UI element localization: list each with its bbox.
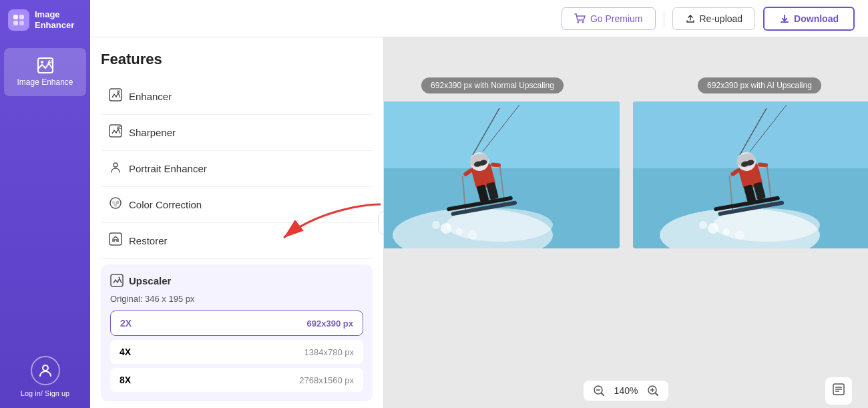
svg-point-53 — [735, 230, 744, 240]
upscaler-header: + Upscaler — [110, 274, 363, 287]
scale-option-2x[interactable]: 2X 692x390 px — [110, 311, 363, 336]
scale-4x-px: 1384x780 px — [304, 347, 354, 357]
svg-rect-3 — [19, 21, 24, 25]
svg-point-50 — [708, 223, 718, 234]
portrait-icon — [109, 160, 122, 177]
zoom-out-button[interactable] — [593, 385, 605, 397]
svg-point-51 — [723, 228, 730, 235]
upload-icon — [685, 13, 696, 24]
svg-point-18 — [114, 204, 118, 207]
scale-option-4x[interactable]: 4X 1384x780 px — [110, 340, 363, 364]
sidebar-item-image-enhance[interactable]: AI Image Enhance — [4, 48, 86, 96]
ai-upscaling-col: 692x390 px with AI Upscaling — [633, 77, 869, 248]
color-correction-label: Color Correction — [129, 199, 202, 210]
sharpener-label: Sharpener — [129, 127, 176, 138]
scale-4x-label: 4X — [120, 347, 131, 357]
zoom-in-button[interactable] — [647, 385, 659, 397]
svg-rect-19 — [110, 233, 122, 245]
preview-images: 692x390 px with Normal Upscaling — [384, 37, 868, 373]
normal-upscaling-image — [384, 101, 620, 248]
go-premium-button[interactable]: Go Premium — [562, 7, 656, 30]
image-enhance-icon: AI — [36, 56, 55, 75]
normal-upscaling-col: 692x390 px with Normal Upscaling — [384, 77, 620, 248]
color-correction-icon — [109, 196, 122, 213]
content-area: Features AI Enhancer HD Sharpener Portra… — [90, 37, 868, 408]
reupload-label: Re-upload — [700, 13, 743, 24]
portrait-label: Portrait Enhancer — [129, 163, 207, 174]
zoom-out-icon — [593, 385, 605, 397]
download-button[interactable]: Download — [763, 7, 855, 31]
svg-line-75 — [656, 393, 658, 395]
premium-label: Go Premium — [590, 13, 643, 24]
svg-line-71 — [602, 393, 604, 395]
restorer-label: Restorer — [129, 235, 168, 246]
enhancer-icon: AI — [109, 88, 122, 105]
scale-2x-px: 692x390 px — [307, 319, 353, 329]
svg-point-5 — [41, 61, 43, 63]
sharpener-icon: HD — [109, 124, 122, 141]
download-icon — [779, 13, 790, 24]
svg-point-52 — [699, 221, 707, 229]
svg-point-14 — [114, 163, 118, 167]
ai-upscaling-image — [633, 101, 869, 248]
sidebar-nav: AI Image Enhance — [0, 40, 90, 345]
zoom-value: 140% — [614, 385, 638, 396]
sidebar-item-label-image-enhance: Image Enhance — [17, 77, 73, 88]
sidebar: Image Enhancer AI Image Enhance Log in/ … — [0, 0, 90, 408]
login-label: Log in/ Sign up — [21, 389, 69, 397]
svg-rect-24 — [384, 101, 620, 168]
notes-icon — [832, 383, 845, 396]
svg-point-16 — [112, 201, 116, 204]
sidebar-footer[interactable]: Log in/ Sign up — [0, 345, 90, 408]
feature-item-enhancer[interactable]: AI Enhancer — [101, 79, 373, 115]
zoom-controls: 140% — [584, 381, 669, 401]
reupload-button[interactable]: Re-upload — [672, 7, 756, 30]
svg-text:AI: AI — [117, 89, 121, 93]
logo-icon — [8, 9, 29, 31]
scale-8x-label: 8X — [120, 375, 131, 385]
svg-text:+: + — [118, 275, 120, 279]
avatar — [31, 356, 60, 385]
feature-item-color-correction[interactable]: Color Correction — [101, 187, 373, 223]
svg-text:AI: AI — [47, 59, 53, 65]
svg-rect-0 — [13, 15, 18, 19]
svg-point-28 — [456, 228, 463, 235]
features-title: Features — [101, 51, 373, 68]
header-divider — [664, 11, 664, 27]
preview-controls: 140% — [384, 373, 868, 408]
logo[interactable]: Image Enhancer — [0, 0, 90, 40]
scale-options: 2X 692x390 px 4X 1384x780 px 8X 2768x156… — [110, 311, 363, 392]
notes-button[interactable] — [825, 377, 852, 405]
svg-point-8 — [577, 21, 579, 23]
feature-item-portrait[interactable]: Portrait Enhancer — [101, 151, 373, 187]
svg-point-15 — [110, 198, 121, 208]
ai-badge: 692x390 px with AI Upscaling — [698, 77, 821, 93]
header: Go Premium Re-upload Download — [90, 0, 868, 37]
feature-item-restorer[interactable]: Restorer — [101, 223, 373, 259]
svg-text:HD: HD — [117, 126, 122, 130]
scale-option-8x[interactable]: 8X 2768x1560 px — [110, 368, 363, 392]
scale-8x-px: 2768x1560 px — [299, 375, 354, 385]
svg-rect-1 — [19, 15, 24, 19]
scale-2x-label: 2X — [120, 318, 132, 329]
svg-rect-20 — [111, 274, 123, 286]
svg-rect-2 — [13, 21, 18, 25]
cart-icon — [574, 13, 586, 24]
enhancer-label: Enhancer — [129, 91, 172, 102]
upscaler-icon: + — [110, 274, 124, 287]
svg-point-17 — [116, 201, 120, 204]
svg-point-7 — [43, 365, 48, 371]
svg-point-9 — [582, 21, 584, 23]
main-area: Go Premium Re-upload Download Features A — [90, 0, 868, 408]
panel-toggle[interactable]: ‹ — [378, 211, 384, 235]
normal-badge: 692x390 px with Normal Upscaling — [421, 77, 564, 93]
upscaler-label: Upscaler — [129, 275, 171, 286]
features-panel: Features AI Enhancer HD Sharpener Portra… — [90, 37, 384, 408]
feature-item-sharpener[interactable]: HD Sharpener — [101, 115, 373, 151]
svg-point-27 — [441, 223, 451, 234]
restorer-icon — [109, 232, 122, 249]
preview-area: 692x390 px with Normal Upscaling — [384, 37, 868, 408]
logo-text: Image Enhancer — [35, 9, 82, 30]
download-label: Download — [794, 13, 839, 24]
original-size-text: Original: 346 x 195 px — [110, 294, 363, 304]
